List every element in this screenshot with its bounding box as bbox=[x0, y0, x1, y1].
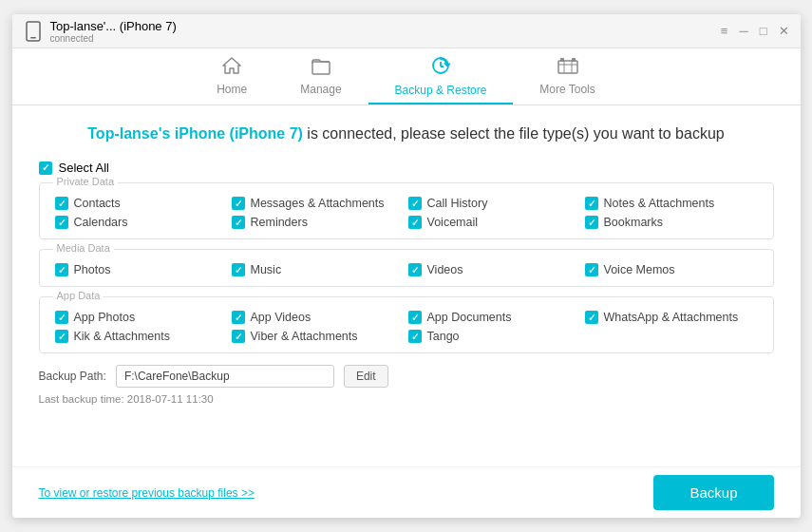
tango-label: Tango bbox=[427, 330, 460, 343]
app-documents-checkbox[interactable]: ✓ bbox=[408, 311, 422, 324]
music-checkbox[interactable]: ✓ bbox=[232, 263, 245, 276]
list-item[interactable]: ✓ Messages & Attachments bbox=[232, 197, 405, 210]
list-item[interactable]: ✓ WhatsApp & Attachments bbox=[585, 311, 758, 324]
headline: Top-lanse's iPhone (iPhone 7) is connect… bbox=[39, 123, 774, 145]
device-name: Top-lanse'... (iPhone 7) bbox=[50, 19, 177, 33]
bookmarks-checkbox[interactable]: ✓ bbox=[585, 216, 598, 229]
nav-manage[interactable]: Manage bbox=[274, 48, 368, 104]
svg-rect-7 bbox=[558, 61, 577, 73]
more-tools-icon bbox=[557, 56, 579, 80]
list-item[interactable]: ✓ Photos bbox=[55, 263, 228, 276]
nav-more-tools[interactable]: More Tools bbox=[513, 48, 621, 104]
nav-more-tools-label: More Tools bbox=[539, 83, 595, 96]
list-item[interactable]: ✓ Call History bbox=[408, 197, 581, 210]
tango-checkbox[interactable]: ✓ bbox=[408, 330, 422, 343]
restore-link[interactable]: To view or restore previous backup files… bbox=[39, 486, 255, 500]
list-item[interactable]: ✓ Viber & Attachments bbox=[232, 330, 405, 343]
minimize-button[interactable]: ─ bbox=[737, 24, 749, 38]
contacts-checkbox[interactable]: ✓ bbox=[55, 197, 68, 210]
list-item[interactable]: ✓ Bookmarks bbox=[585, 216, 758, 229]
svg-marker-2 bbox=[223, 58, 240, 73]
voice-memos-label: Voice Memos bbox=[604, 263, 675, 276]
whatsapp-label: WhatsApp & Attachments bbox=[604, 311, 739, 324]
title-bar: Top-lanse'... (iPhone 7) connected ≡ ─ □… bbox=[12, 14, 801, 48]
app-photos-checkbox[interactable]: ✓ bbox=[55, 311, 68, 324]
list-item[interactable]: ✓ Voicemail bbox=[408, 216, 581, 229]
list-item[interactable]: ✓ Reminders bbox=[232, 216, 405, 229]
backup-button[interactable]: Backup bbox=[653, 475, 773, 510]
nav-manage-label: Manage bbox=[300, 83, 341, 96]
window-controls: ≡ ─ □ ✕ bbox=[719, 24, 791, 38]
headline-text: is connected, please select the file typ… bbox=[303, 125, 725, 142]
notes-checkbox[interactable]: ✓ bbox=[585, 197, 598, 210]
media-data-section: Media Data ✓ Photos ✓ Music ✓ Videos ✓ V… bbox=[39, 249, 774, 287]
edit-path-button[interactable]: Edit bbox=[344, 365, 388, 388]
whatsapp-checkbox[interactable]: ✓ bbox=[585, 311, 598, 324]
manage-icon bbox=[311, 56, 331, 80]
list-item[interactable]: ✓ Voice Memos bbox=[585, 263, 758, 276]
maximize-button[interactable]: □ bbox=[758, 24, 769, 38]
select-all-row[interactable]: ✓ Select All bbox=[39, 161, 774, 175]
nav-backup-label: Backup & Restore bbox=[395, 84, 487, 97]
media-data-grid: ✓ Photos ✓ Music ✓ Videos ✓ Voice Memos bbox=[55, 263, 758, 276]
list-item[interactable]: ✓ Music bbox=[232, 263, 405, 276]
headline-device: Top-lanse's iPhone (iPhone 7) bbox=[87, 125, 303, 142]
voice-memos-checkbox[interactable]: ✓ bbox=[585, 263, 598, 276]
bookmarks-label: Bookmarks bbox=[604, 216, 664, 229]
list-item[interactable]: ✓ Calendars bbox=[55, 216, 228, 229]
photos-checkbox[interactable]: ✓ bbox=[55, 263, 68, 276]
kik-checkbox[interactable]: ✓ bbox=[55, 330, 68, 343]
private-data-label: Private Data bbox=[53, 176, 119, 187]
app-videos-label: App Videos bbox=[251, 311, 312, 324]
contacts-label: Contacts bbox=[74, 197, 121, 210]
photos-label: Photos bbox=[74, 263, 111, 276]
app-documents-label: App Documents bbox=[427, 311, 512, 324]
videos-checkbox[interactable]: ✓ bbox=[408, 263, 422, 276]
videos-label: Videos bbox=[427, 263, 463, 276]
select-all-checkbox[interactable]: ✓ bbox=[39, 162, 52, 175]
connection-status: connected bbox=[50, 33, 177, 44]
list-item[interactable]: ✓ Videos bbox=[408, 263, 581, 276]
svg-rect-11 bbox=[572, 58, 576, 62]
list-item[interactable]: ✓ Notes & Attachments bbox=[585, 197, 758, 210]
kik-label: Kik & Attachments bbox=[74, 330, 170, 343]
call-history-checkbox[interactable]: ✓ bbox=[408, 197, 422, 210]
nav-backup-restore[interactable]: Backup & Restore bbox=[368, 48, 514, 104]
backup-restore-icon bbox=[429, 55, 452, 81]
svg-rect-1 bbox=[30, 37, 36, 39]
app-data-label: App Data bbox=[53, 290, 104, 301]
phone-icon bbox=[26, 21, 43, 42]
voicemail-checkbox[interactable]: ✓ bbox=[408, 216, 422, 229]
reminders-checkbox[interactable]: ✓ bbox=[232, 216, 245, 229]
call-history-label: Call History bbox=[427, 197, 488, 210]
backup-path-row: Backup Path: Edit bbox=[39, 365, 774, 388]
nav-home-label: Home bbox=[217, 83, 247, 96]
list-item[interactable]: ✓ App Photos bbox=[55, 311, 228, 324]
list-item[interactable]: ✓ App Videos bbox=[232, 311, 405, 324]
backup-path-input[interactable] bbox=[116, 365, 334, 388]
list-item[interactable]: ✓ Kik & Attachments bbox=[55, 330, 228, 343]
messages-checkbox[interactable]: ✓ bbox=[232, 197, 245, 210]
calendars-label: Calendars bbox=[74, 216, 128, 229]
svg-rect-10 bbox=[560, 58, 564, 62]
title-left: Top-lanse'... (iPhone 7) connected bbox=[26, 19, 177, 44]
app-photos-label: App Photos bbox=[74, 311, 136, 324]
app-data-grid: ✓ App Photos ✓ App Videos ✓ App Document… bbox=[55, 311, 758, 343]
app-videos-checkbox[interactable]: ✓ bbox=[232, 311, 245, 324]
private-data-section: Private Data ✓ Contacts ✓ Messages & Att… bbox=[39, 182, 774, 239]
calendars-checkbox[interactable]: ✓ bbox=[55, 216, 68, 229]
list-item[interactable]: ✓ Tango bbox=[408, 330, 581, 343]
viber-checkbox[interactable]: ✓ bbox=[232, 330, 245, 343]
home-icon bbox=[221, 56, 242, 80]
svg-rect-3 bbox=[312, 62, 330, 74]
viber-label: Viber & Attachments bbox=[251, 330, 358, 343]
close-button[interactable]: ✕ bbox=[777, 24, 791, 38]
last-backup-time: Last backup time: 2018-07-11 11:30 bbox=[39, 393, 774, 405]
menu-button[interactable]: ≡ bbox=[719, 24, 730, 38]
list-item[interactable]: ✓ App Documents bbox=[408, 311, 581, 324]
nav-home[interactable]: Home bbox=[190, 48, 274, 104]
reminders-label: Reminders bbox=[251, 216, 308, 229]
messages-label: Messages & Attachments bbox=[251, 197, 385, 210]
nav-bar: Home Manage Backup & Restore bbox=[12, 48, 801, 105]
list-item[interactable]: ✓ Contacts bbox=[55, 197, 228, 210]
